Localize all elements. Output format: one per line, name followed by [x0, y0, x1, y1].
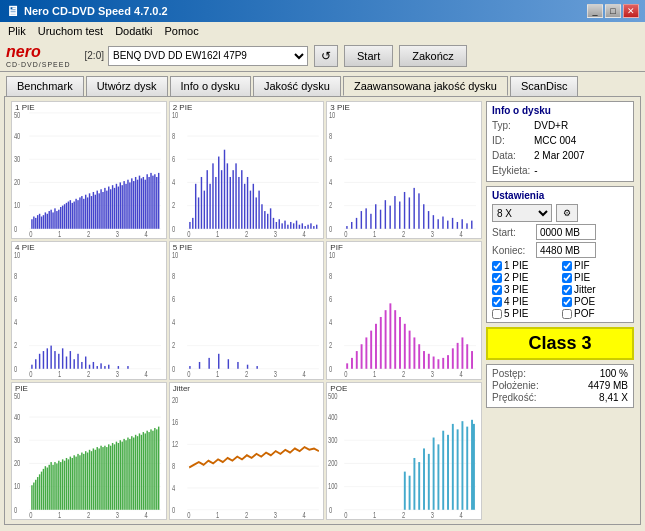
- checkbox-poe[interactable]: [562, 297, 572, 307]
- svg-text:2: 2: [87, 230, 90, 238]
- svg-text:0: 0: [29, 370, 32, 378]
- svg-rect-32: [58, 210, 59, 229]
- svg-rect-408: [414, 458, 416, 510]
- svg-rect-357: [127, 437, 128, 509]
- svg-rect-370: [152, 430, 153, 509]
- maximize-button[interactable]: □: [605, 4, 621, 18]
- tab-utworz[interactable]: Utwórz dysk: [86, 76, 168, 96]
- svg-rect-54: [100, 189, 101, 229]
- svg-rect-189: [471, 221, 472, 229]
- menu-pomoc[interactable]: Pomoc: [160, 24, 202, 38]
- svg-rect-281: [433, 357, 435, 369]
- svg-rect-59: [110, 189, 111, 229]
- svg-rect-110: [212, 163, 213, 228]
- svg-rect-214: [70, 351, 71, 369]
- svg-rect-45: [83, 199, 84, 229]
- checkbox-2pie[interactable]: [492, 273, 502, 283]
- svg-rect-311: [39, 474, 40, 509]
- svg-text:2: 2: [87, 511, 90, 519]
- speed-select[interactable]: 8 X: [492, 204, 552, 222]
- tab-jakosc[interactable]: Jakość dysku: [253, 76, 341, 96]
- svg-rect-371: [154, 428, 155, 510]
- svg-text:30: 30: [14, 155, 20, 163]
- chart-5pie-title: 5 PIE: [173, 243, 193, 252]
- svg-rect-271: [385, 310, 387, 369]
- svg-text:0: 0: [345, 370, 348, 378]
- svg-rect-76: [143, 177, 144, 229]
- close-button[interactable]: ✕: [623, 4, 639, 18]
- checkbox-pof[interactable]: [562, 309, 572, 319]
- svg-text:20: 20: [14, 459, 20, 467]
- svg-text:4: 4: [145, 511, 148, 519]
- svg-rect-137: [290, 222, 291, 229]
- svg-text:1: 1: [216, 370, 219, 378]
- tab-info[interactable]: Info o dysku: [170, 76, 251, 96]
- settings-section: Ustawienia 8 X ⚙ Start: 0000 MB Koniec: …: [486, 186, 634, 323]
- svg-rect-288: [467, 345, 469, 370]
- svg-rect-182: [438, 219, 439, 229]
- svg-text:2: 2: [245, 370, 248, 378]
- svg-rect-218: [85, 357, 86, 369]
- svg-rect-419: [467, 426, 469, 509]
- speed-config-button[interactable]: ⚙: [556, 204, 578, 222]
- svg-rect-247: [246, 365, 247, 369]
- checkbox-4pie[interactable]: [492, 297, 502, 307]
- svg-rect-167: [366, 208, 367, 228]
- checkbox-jitter[interactable]: [562, 285, 572, 295]
- svg-rect-308: [33, 482, 34, 509]
- svg-text:0: 0: [329, 365, 332, 373]
- chart-poe: POE 0 100 200 300 400 500 0 1 2 3 4: [326, 382, 482, 520]
- svg-rect-108: [206, 170, 207, 229]
- svg-rect-280: [428, 354, 430, 369]
- svg-rect-242: [198, 362, 199, 369]
- svg-rect-113: [221, 170, 222, 229]
- checkbox-3pie[interactable]: [492, 285, 502, 295]
- menu-dodatki[interactable]: Dodatki: [111, 24, 156, 38]
- svg-rect-18: [31, 219, 32, 229]
- chart-jitter-title: Jitter: [173, 384, 190, 393]
- tab-zaawansowana[interactable]: Zaawansowana jakość dysku: [343, 76, 508, 96]
- svg-rect-48: [89, 193, 90, 228]
- titlebar: 🖥 Nero CD-DVD Speed 4.7.0.2 _ □ ✕: [0, 0, 645, 22]
- checkbox-pie-r[interactable]: [562, 273, 572, 283]
- menu-plik[interactable]: Plik: [4, 24, 30, 38]
- svg-rect-210: [54, 351, 55, 369]
- svg-text:2: 2: [14, 342, 17, 350]
- svg-text:10: 10: [14, 482, 20, 490]
- disk-info-section: Info o dysku Typ: DVD+R ID: MCC 004 Data…: [486, 101, 634, 182]
- svg-rect-336: [87, 452, 88, 509]
- start-button[interactable]: Start: [344, 45, 393, 67]
- svg-text:6: 6: [329, 295, 332, 303]
- svg-rect-77: [145, 180, 146, 229]
- svg-rect-227: [170, 242, 324, 378]
- checkbox-pif[interactable]: [562, 261, 572, 271]
- svg-text:4: 4: [145, 370, 148, 378]
- svg-rect-121: [244, 184, 245, 229]
- minimize-button[interactable]: _: [587, 4, 603, 18]
- svg-rect-244: [218, 354, 219, 369]
- svg-rect-315: [47, 467, 48, 509]
- svg-rect-119: [238, 177, 239, 229]
- svg-rect-223: [104, 366, 105, 369]
- checkbox-jitter-label: Jitter: [574, 284, 596, 295]
- checkbox-5pie[interactable]: [492, 309, 502, 319]
- svg-rect-164: [351, 222, 352, 229]
- drive-dropdown[interactable]: BENQ DVD DD EW162I 47P9: [108, 46, 308, 66]
- svg-rect-177: [414, 188, 415, 229]
- svg-text:0: 0: [329, 225, 332, 233]
- svg-rect-104: [195, 184, 196, 229]
- svg-text:0: 0: [172, 505, 175, 513]
- tab-scandisc[interactable]: ScanDisc: [510, 76, 578, 96]
- svg-rect-175: [404, 192, 405, 229]
- svg-rect-64: [120, 182, 121, 228]
- checkbox-1pie[interactable]: [492, 261, 502, 271]
- menu-uruchom[interactable]: Uruchom test: [34, 24, 107, 38]
- svg-rect-279: [423, 351, 425, 369]
- svg-rect-316: [48, 464, 49, 509]
- refresh-button[interactable]: ↺: [314, 45, 338, 67]
- tab-benchmark[interactable]: Benchmark: [6, 76, 84, 96]
- svg-rect-215: [73, 360, 74, 370]
- svg-text:4: 4: [172, 178, 175, 186]
- end-button[interactable]: Zakończ: [399, 45, 467, 67]
- predkosc-label: Prędkość:: [492, 392, 536, 403]
